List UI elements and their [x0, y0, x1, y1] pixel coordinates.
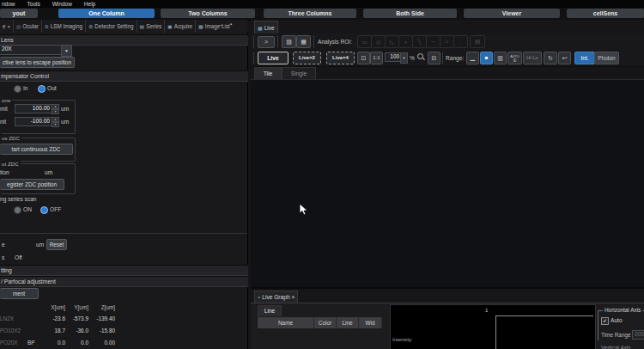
upper-limit-input[interactable]: 100.00 — [15, 104, 52, 113]
spin-down-icon[interactable]: ▾ — [52, 122, 59, 127]
layout-three-columns-button[interactable]: Three Columns — [264, 9, 356, 18]
tab-single[interactable]: Single — [282, 67, 316, 79]
drag-handle[interactable] — [277, 36, 279, 47]
radio-in[interactable] — [14, 85, 21, 93]
detector-setting-icon: ⚙ — [88, 23, 93, 29]
refresh-icon[interactable]: ↻ — [544, 52, 557, 64]
tab-ocular[interactable]: ◎ Ocular — [14, 20, 42, 33]
live-button[interactable]: Live — [258, 52, 289, 64]
roi-point-icon[interactable]: · — [453, 35, 468, 48]
one-to-one-button[interactable]: 1:1 — [370, 52, 383, 64]
roi-freehand-icon[interactable]: ◗ — [398, 35, 413, 48]
lens-dropdown[interactable]: 20X — [0, 45, 64, 55]
layout-cellsens-button[interactable]: cellSens — [567, 9, 644, 18]
tab-acquire[interactable]: ▣ Acquire — [165, 20, 196, 33]
auto-once-icon[interactable]: AUTO ① — [507, 52, 522, 64]
roi-polygon-icon[interactable]: ◺ — [385, 35, 399, 48]
tab-tile[interactable]: Tile — [254, 67, 282, 79]
drag-handle[interactable] — [253, 36, 255, 47]
layout-both-side-button[interactable]: Both Side — [363, 9, 457, 18]
column-line[interactable]: Line — [337, 317, 359, 328]
drag-handle[interactable] — [442, 52, 444, 64]
tab-label: Acquire — [174, 23, 192, 29]
roi-toolbar: > ▨ ▦ Analysis ROI: ▭ ◎ ◺ ◗ ╲ ~ ≈ · ▤ — [251, 34, 644, 51]
hi-lo-button[interactable]: Hi-Lo — [523, 52, 542, 64]
range-low-icon[interactable]: ▁ — [466, 52, 479, 64]
live-x4-button[interactable]: Live×4 — [326, 52, 355, 64]
table-row[interactable]: LN2X -23.6 -573.9 -139.40 — [0, 314, 120, 324]
roi-polyline-icon[interactable]: ~ — [426, 35, 440, 48]
layout-one-column-button[interactable]: One Column — [58, 9, 155, 18]
radio-off[interactable] — [40, 206, 48, 214]
profile-tool-icon[interactable]: ▨ — [282, 35, 296, 48]
radio-out[interactable] — [38, 85, 46, 93]
close-icon[interactable]: × — [8, 24, 11, 29]
auto-checkbox[interactable]: ✓ — [601, 317, 609, 325]
lower-limit-input[interactable]: -100.00 — [15, 117, 52, 126]
intensity-mode-button[interactable]: Int. — [574, 52, 595, 64]
zoom-level-input[interactable]: 100 — [385, 52, 402, 62]
square-minus-icon[interactable]: ⊟ — [428, 52, 440, 64]
minimize-icon[interactable]: – — [220, 21, 223, 28]
time-range-input[interactable]: 000: — [632, 330, 644, 340]
left-panel-tabbar: e × ◎ Ocular ≋ LSM Imaging ⚙ Detector Se… — [0, 20, 247, 34]
vertical-axis-title: Vertical Axis — [601, 345, 630, 349]
column-name[interactable]: Name — [258, 317, 314, 328]
range-high-icon[interactable]: ▥ — [494, 52, 507, 64]
layout-toolbar: yout One Column Two Columns Three Column… — [0, 8, 644, 21]
close-icon[interactable]: × — [292, 294, 295, 300]
roi-freeline-icon[interactable]: ≈ — [440, 35, 454, 48]
escape-position-button[interactable]: ctive lens to escape position — [0, 57, 75, 68]
menu-item-help[interactable]: Help — [84, 1, 95, 7]
layout-two-columns-button[interactable]: Two Columns — [161, 9, 255, 18]
live-graph-tab-label: Live Graph — [262, 294, 289, 300]
roi-ellipse-icon[interactable]: ◎ — [371, 35, 386, 48]
y-axis-line — [495, 315, 496, 349]
menu-item-tools[interactable]: Tools — [27, 1, 40, 7]
fit-to-window-icon[interactable]: ⊡ — [357, 52, 370, 64]
tab-series[interactable]: ▤ Series — [137, 20, 166, 33]
table-row[interactable]: PO10X2 18.7 -36.0 -15.80 — [0, 326, 120, 336]
expand-button[interactable]: > — [258, 36, 275, 48]
tab-label: Image List — [205, 23, 230, 29]
reset-button[interactable]: Reset — [46, 239, 67, 250]
start-continuous-zdc-button[interactable]: tart continuous ZDC — [0, 144, 73, 155]
zoom-dropdown-icon[interactable]: ▼ — [400, 52, 408, 64]
tab-image-list[interactable]: ▦ Image List — [196, 20, 233, 33]
live-image-viewport[interactable] — [251, 79, 644, 288]
roi-line-icon[interactable]: ╲ — [412, 35, 427, 48]
roi-delete-icon[interactable]: ▤ — [470, 35, 485, 48]
tab-lsm-imaging[interactable]: ≋ LSM Imaging — [42, 20, 86, 33]
column-width[interactable]: Wid — [359, 317, 382, 328]
menu-item[interactable]: ndow — [2, 1, 15, 7]
grid-tool-icon[interactable]: ▦ — [296, 35, 311, 48]
tab-line[interactable]: Line — [258, 305, 282, 316]
tab-truncated[interactable]: e × — [0, 20, 14, 33]
zone-group-label: one — [2, 97, 12, 103]
column-color[interactable]: Color — [314, 317, 337, 328]
layout-button[interactable]: yout — [0, 9, 38, 18]
live-x2-button[interactable]: Live×2 — [293, 52, 321, 64]
menu-item-window[interactable]: Window — [52, 1, 72, 7]
maximize-icon[interactable]: ▪ — [230, 21, 232, 27]
chevron-down-icon[interactable]: ▼ — [61, 45, 72, 57]
drag-handle[interactable] — [313, 36, 315, 47]
magnifier-icon[interactable] — [416, 52, 426, 63]
tab-detector-setting[interactable]: ⚙ Detector Setting — [86, 20, 137, 33]
adjustment-button[interactable]: ment — [0, 288, 39, 299]
drag-handle[interactable] — [253, 52, 255, 64]
live-toolbar: Live Live×2 Live×4 ⊡ 1:1 100 ▼ % ⊟ Range… — [251, 50, 644, 67]
roi-rectangle-icon[interactable]: ▭ — [357, 35, 372, 48]
spin-down-icon[interactable]: ▾ — [52, 109, 59, 114]
layout-viewer-button[interactable]: Viewer — [464, 9, 560, 18]
table-row[interactable]: PO20X BP 0.0 0.0 0.00 — [0, 338, 120, 348]
tab-label: LSM Imaging — [51, 23, 82, 29]
photon-mode-button[interactable]: Photon — [594, 52, 619, 64]
register-zdc-position-button[interactable]: egister ZDC position — [0, 179, 64, 190]
live-graph-tab[interactable]: ≈ Live Graph × — [254, 291, 298, 303]
radio-on[interactable] — [14, 206, 21, 214]
undo-icon[interactable]: ↩ — [558, 52, 571, 64]
continuous-zdc-group-label: us ZDC — [2, 135, 21, 141]
range-mid-icon[interactable]: ■ — [480, 52, 493, 64]
live-document-tab[interactable]: ▦ Live — [254, 21, 278, 34]
